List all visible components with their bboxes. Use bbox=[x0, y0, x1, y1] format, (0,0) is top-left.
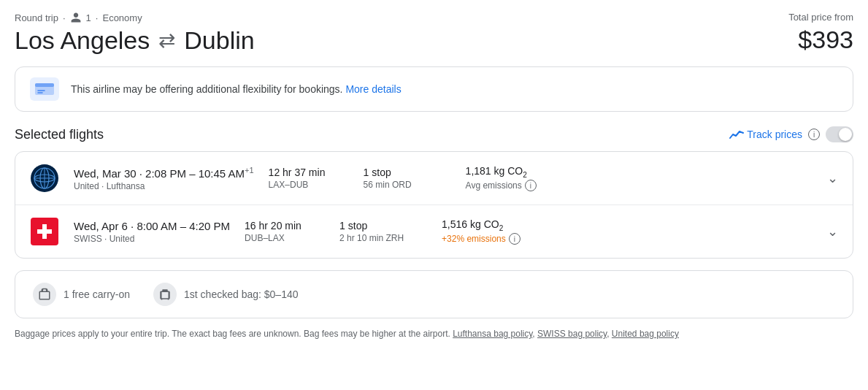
carry-on-item: 1 free carry-on bbox=[33, 283, 130, 306]
flight1-airlines: United · Lufthansa bbox=[74, 181, 254, 191]
flight1-expand-icon[interactable]: ⌄ bbox=[827, 170, 838, 186]
flexibility-text: This airline may be offering additional … bbox=[71, 83, 402, 95]
flight1-offset: +1 bbox=[245, 166, 254, 175]
swiss-policy-link[interactable]: SWISS bag policy bbox=[537, 329, 607, 339]
flexibility-message: This airline may be offering additional … bbox=[71, 83, 343, 95]
track-prices-container: Track prices i bbox=[729, 126, 853, 142]
airline-logo-united bbox=[30, 164, 59, 193]
flexibility-banner: This airline may be offering additional … bbox=[15, 66, 853, 112]
baggage-banner: 1 free carry-on 1st checked bag: $0–140 bbox=[15, 270, 853, 318]
flight2-route: DUB–LAX bbox=[245, 233, 325, 243]
flight1-emissions-value: 1,181 kg CO2 bbox=[466, 165, 813, 179]
origin-city: Los Angeles bbox=[15, 26, 150, 55]
cabin-label: Economy bbox=[102, 12, 142, 23]
flight1-emissions: 1,181 kg CO2 Avg emissions i bbox=[466, 165, 813, 192]
flight1-route: LAX–DUB bbox=[269, 180, 349, 190]
checked-bag-label: 1st checked bag: $0–140 bbox=[184, 288, 298, 300]
flight1-stop-detail: 56 min ORD bbox=[364, 180, 451, 190]
footer-text: Baggage prices apply to your entire trip… bbox=[15, 327, 853, 340]
svg-rect-1 bbox=[35, 83, 54, 87]
flights-container: Wed, Mar 30 · 2:08 PM – 10:45 AM+1 Unite… bbox=[15, 151, 853, 259]
track-prices-info-icon[interactable]: i bbox=[808, 129, 820, 140]
footer-message: Baggage prices apply to your entire trip… bbox=[15, 329, 450, 339]
swiss-cross-icon bbox=[31, 218, 58, 245]
track-prices-label: Track prices bbox=[747, 129, 802, 140]
carry-on-label: 1 free carry-on bbox=[64, 288, 130, 300]
svg-rect-12 bbox=[37, 229, 52, 234]
flight1-time-section: Wed, Mar 30 · 2:08 PM – 10:45 AM+1 Unite… bbox=[74, 166, 254, 191]
flight2-duration-value: 16 hr 20 min bbox=[245, 220, 325, 232]
flight1-duration-value: 12 hr 37 min bbox=[269, 167, 349, 178]
flight1-time: Wed, Mar 30 · 2:08 PM – 10:45 AM+1 bbox=[74, 166, 254, 180]
flight2-time: Wed, Apr 6 · 8:00 AM – 4:20 PM bbox=[74, 220, 230, 232]
checked-bag-item: 1st checked bag: $0–140 bbox=[153, 283, 298, 306]
flight2-stops-value: 1 stop bbox=[339, 220, 427, 232]
flight1-stops: 1 stop 56 min ORD bbox=[364, 167, 451, 190]
united-globe-icon bbox=[31, 164, 58, 192]
emissions1-info-icon[interactable]: i bbox=[525, 180, 537, 191]
flexibility-icon bbox=[30, 77, 59, 101]
price-label: Total price from bbox=[788, 12, 853, 23]
route-arrow-icon: ⇄ bbox=[158, 28, 175, 53]
flight2-duration: 16 hr 20 min DUB–LAX bbox=[245, 220, 325, 243]
track-prices-link[interactable]: Track prices bbox=[729, 129, 802, 140]
header-right: Total price from $393 bbox=[788, 12, 853, 54]
track-prices-toggle[interactable] bbox=[826, 126, 853, 142]
carry-on-icon bbox=[33, 283, 56, 306]
total-price: $393 bbox=[788, 26, 853, 54]
flight2-airlines: SWISS · United bbox=[74, 234, 230, 244]
page-container: Round trip · 1 · Economy Los Angeles ⇄ D… bbox=[0, 0, 868, 352]
trip-meta: Round trip · 1 · Economy bbox=[15, 12, 255, 23]
trip-type-label: Round trip bbox=[15, 12, 58, 23]
flight2-depart: 8:00 AM bbox=[137, 220, 177, 232]
passengers-label: 1 bbox=[86, 12, 91, 23]
flight2-time-section: Wed, Apr 6 · 8:00 AM – 4:20 PM SWISS · U… bbox=[74, 220, 230, 244]
flight1-emissions-label: Avg emissions i bbox=[466, 180, 813, 191]
flight-row[interactable]: Wed, Apr 6 · 8:00 AM – 4:20 PM SWISS · U… bbox=[15, 205, 853, 258]
checked-bag-icon bbox=[153, 283, 177, 306]
selected-flights-header: Selected flights Track prices i bbox=[15, 126, 853, 142]
person-icon bbox=[70, 12, 82, 23]
flight2-stop-detail: 2 hr 10 min ZRH bbox=[339, 233, 427, 243]
header-left: Round trip · 1 · Economy Los Angeles ⇄ D… bbox=[15, 12, 255, 55]
emissions2-info-icon[interactable]: i bbox=[509, 233, 521, 245]
flight1-arrive: 10:45 AM bbox=[199, 167, 245, 180]
flight1-date: Wed, Mar 30 bbox=[74, 167, 137, 180]
section-title: Selected flights bbox=[15, 127, 104, 142]
page-header: Round trip · 1 · Economy Los Angeles ⇄ D… bbox=[15, 12, 853, 55]
lufthansa-policy-link[interactable]: Lufthansa bag policy bbox=[453, 329, 532, 339]
flight1-depart: 2:08 PM bbox=[145, 167, 186, 180]
destination-city: Dublin bbox=[184, 26, 254, 55]
flight2-stops: 1 stop 2 hr 10 min ZRH bbox=[339, 220, 427, 243]
trend-icon bbox=[729, 129, 744, 139]
flight2-emissions-plus: +32% emissions bbox=[442, 234, 506, 244]
flight2-expand-icon[interactable]: ⌄ bbox=[827, 223, 838, 240]
flight1-duration: 12 hr 37 min LAX–DUB bbox=[269, 167, 349, 190]
flight-row[interactable]: Wed, Mar 30 · 2:08 PM – 10:45 AM+1 Unite… bbox=[15, 152, 853, 205]
flight2-date: Wed, Apr 6 bbox=[74, 220, 128, 232]
more-details-link[interactable]: More details bbox=[345, 83, 401, 95]
flight1-stops-value: 1 stop bbox=[364, 167, 451, 178]
flight2-arrive: 4:20 PM bbox=[189, 220, 230, 232]
flight2-emissions-value: 1,516 kg CO2 bbox=[442, 218, 813, 232]
route-title: Los Angeles ⇄ Dublin bbox=[15, 26, 255, 55]
flight2-emissions: 1,516 kg CO2 +32% emissions i bbox=[442, 218, 813, 245]
united-policy-link[interactable]: United bag policy bbox=[612, 329, 679, 339]
airline-logo-swiss bbox=[30, 217, 59, 246]
flight2-emissions-label: +32% emissions i bbox=[442, 233, 813, 245]
